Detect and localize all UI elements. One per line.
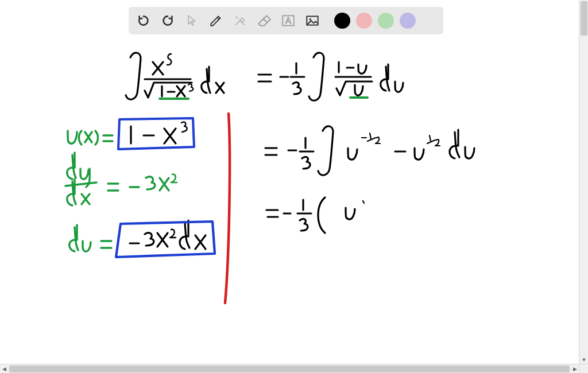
color-swatch-black[interactable] — [334, 13, 350, 29]
eq-du — [69, 220, 215, 257]
image-icon — [305, 13, 320, 28]
scroll-down-arrow[interactable]: ▼ — [581, 357, 587, 363]
redo-icon — [160, 13, 175, 28]
color-swatch-pink[interactable] — [356, 13, 372, 29]
pen-icon — [208, 13, 223, 28]
text-tool-button[interactable] — [277, 9, 300, 32]
color-swatch-purple[interactable] — [400, 13, 416, 29]
scroll-left-arrow[interactable]: ◀ — [1, 366, 7, 372]
scrollbar-corner — [579, 364, 588, 373]
eraser-icon — [257, 13, 272, 28]
eq-u-definition — [68, 118, 194, 149]
pen-tool-button[interactable] — [204, 9, 227, 32]
text-icon — [281, 13, 296, 28]
svg-point-2 — [309, 18, 311, 20]
scroll-right-arrow[interactable]: ▶ — [572, 366, 578, 372]
eq-dudx — [65, 153, 177, 205]
eq-rhs-line2 — [265, 126, 474, 175]
eraser-tool-button[interactable] — [253, 9, 276, 32]
whiteboard-canvas — [0, 0, 579, 364]
vertical-scroll-thumb[interactable] — [581, 1, 587, 36]
color-swatch-green[interactable] — [378, 13, 394, 29]
eq-integral-rhs1 — [258, 53, 403, 100]
settings-tool-button[interactable] — [229, 9, 252, 32]
pointer-icon — [185, 14, 199, 28]
undo-icon — [136, 13, 151, 28]
undo-button[interactable] — [132, 9, 155, 32]
eq-integral-lhs — [126, 53, 224, 99]
image-tool-button[interactable] — [301, 9, 324, 32]
redo-button[interactable] — [156, 9, 179, 32]
pointer-tool-button[interactable] — [180, 9, 203, 32]
toolbar — [129, 7, 443, 34]
divider-line — [225, 114, 230, 303]
eq-rhs-line3 — [266, 197, 364, 233]
tools-icon — [233, 14, 247, 28]
vertical-scrollbar[interactable]: ▲ ▼ — [579, 0, 588, 364]
horizontal-scrollbar[interactable]: ◀ ▶ — [0, 364, 579, 373]
horizontal-scroll-thumb[interactable] — [9, 366, 570, 372]
